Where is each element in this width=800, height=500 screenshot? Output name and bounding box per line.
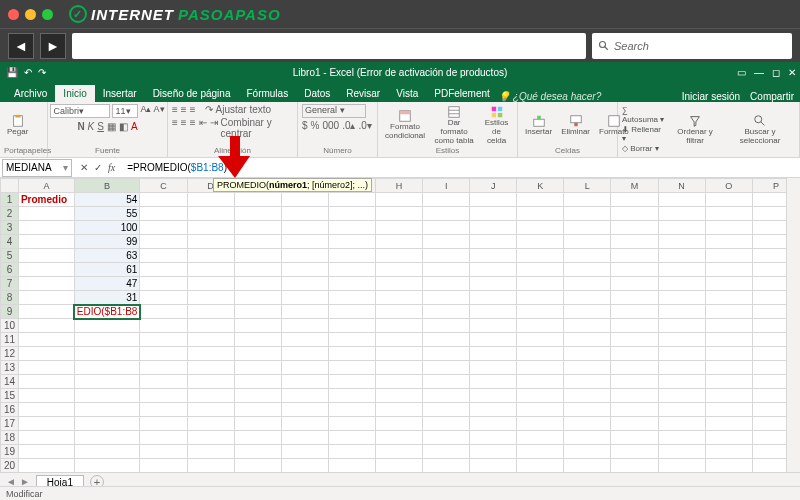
italic-button[interactable]: K: [88, 121, 95, 132]
cell-F1[interactable]: [281, 193, 328, 207]
cell-E9[interactable]: [234, 305, 281, 319]
tab-diseño-de-página[interactable]: Diseño de página: [145, 85, 239, 102]
tell-me-box[interactable]: 💡 ¿Qué desea hacer?: [498, 91, 601, 102]
save-icon[interactable]: 💾: [6, 67, 18, 78]
cell-L17[interactable]: [564, 417, 611, 431]
cell-I8[interactable]: [423, 291, 470, 305]
cell-J16[interactable]: [470, 403, 517, 417]
cell-I4[interactable]: [423, 235, 470, 249]
cell-B8[interactable]: 31: [74, 291, 140, 305]
cell-H10[interactable]: [376, 319, 423, 333]
cell-C2[interactable]: [140, 207, 187, 221]
row-header-8[interactable]: 8: [1, 291, 19, 305]
cell-N3[interactable]: [658, 221, 705, 235]
minimize-icon[interactable]: —: [754, 67, 764, 78]
cell-K16[interactable]: [517, 403, 564, 417]
cell-D7[interactable]: [187, 277, 234, 291]
undo-icon[interactable]: ↶: [24, 67, 32, 78]
cell-M10[interactable]: [611, 319, 658, 333]
cell-O12[interactable]: [705, 347, 752, 361]
cell-O16[interactable]: [705, 403, 752, 417]
cell-E19[interactable]: [234, 445, 281, 459]
cell-C19[interactable]: [140, 445, 187, 459]
sort-filter-button[interactable]: Ordenar y filtrar: [668, 113, 722, 147]
cell-M7[interactable]: [611, 277, 658, 291]
cell-N17[interactable]: [658, 417, 705, 431]
clear-button[interactable]: ◇ Borrar ▾: [622, 144, 665, 153]
fill-color-button[interactable]: ◧: [119, 121, 128, 132]
cell-J6[interactable]: [470, 263, 517, 277]
cell-D20[interactable]: [187, 459, 234, 473]
cell-L6[interactable]: [564, 263, 611, 277]
cell-N1[interactable]: [658, 193, 705, 207]
cell-K13[interactable]: [517, 361, 564, 375]
close-icon[interactable]: ✕: [788, 67, 796, 78]
cell-O10[interactable]: [705, 319, 752, 333]
cell-F11[interactable]: [281, 333, 328, 347]
cell-N18[interactable]: [658, 431, 705, 445]
cell-F17[interactable]: [281, 417, 328, 431]
accept-formula-icon[interactable]: ✓: [94, 162, 102, 173]
cell-K18[interactable]: [517, 431, 564, 445]
cell-A11[interactable]: [18, 333, 74, 347]
cell-A14[interactable]: [18, 375, 74, 389]
cell-E16[interactable]: [234, 403, 281, 417]
cell-J3[interactable]: [470, 221, 517, 235]
cell-E7[interactable]: [234, 277, 281, 291]
cell-D13[interactable]: [187, 361, 234, 375]
cell-I5[interactable]: [423, 249, 470, 263]
row-header-1[interactable]: 1: [1, 193, 19, 207]
row-header-19[interactable]: 19: [1, 445, 19, 459]
tab-inicio[interactable]: Inicio: [55, 85, 94, 102]
cell-B18[interactable]: [74, 431, 140, 445]
tab-datos[interactable]: Datos: [296, 85, 338, 102]
cell-G10[interactable]: [328, 319, 375, 333]
cell-H16[interactable]: [376, 403, 423, 417]
cell-F3[interactable]: [281, 221, 328, 235]
cell-D2[interactable]: [187, 207, 234, 221]
cell-B3[interactable]: 100: [74, 221, 140, 235]
cell-H19[interactable]: [376, 445, 423, 459]
bold-button[interactable]: N: [77, 121, 84, 132]
cell-E15[interactable]: [234, 389, 281, 403]
signin-link[interactable]: Iniciar sesión: [682, 91, 740, 102]
cell-H1[interactable]: [376, 193, 423, 207]
cell-B7[interactable]: 47: [74, 277, 140, 291]
cell-L3[interactable]: [564, 221, 611, 235]
font-name-select[interactable]: Calibri ▾: [50, 104, 110, 118]
cell-L14[interactable]: [564, 375, 611, 389]
tab-insertar[interactable]: Insertar: [95, 85, 145, 102]
cell-C7[interactable]: [140, 277, 187, 291]
number-format-select[interactable]: General ▾: [302, 104, 366, 118]
cell-N10[interactable]: [658, 319, 705, 333]
cell-H15[interactable]: [376, 389, 423, 403]
cell-C1[interactable]: [140, 193, 187, 207]
cell-K5[interactable]: [517, 249, 564, 263]
cell-N8[interactable]: [658, 291, 705, 305]
cell-F19[interactable]: [281, 445, 328, 459]
ribbon-options-icon[interactable]: ▭: [737, 67, 746, 78]
cell-C4[interactable]: [140, 235, 187, 249]
cell-C15[interactable]: [140, 389, 187, 403]
cell-O8[interactable]: [705, 291, 752, 305]
cell-G14[interactable]: [328, 375, 375, 389]
cell-G18[interactable]: [328, 431, 375, 445]
cell-G6[interactable]: [328, 263, 375, 277]
cell-E18[interactable]: [234, 431, 281, 445]
delete-cells-button[interactable]: Eliminar: [558, 113, 593, 138]
cell-G4[interactable]: [328, 235, 375, 249]
cell-D16[interactable]: [187, 403, 234, 417]
cell-L8[interactable]: [564, 291, 611, 305]
cell-G8[interactable]: [328, 291, 375, 305]
cell-O6[interactable]: [705, 263, 752, 277]
cell-K15[interactable]: [517, 389, 564, 403]
row-header-14[interactable]: 14: [1, 375, 19, 389]
col-header-L[interactable]: L: [564, 179, 611, 193]
cell-D10[interactable]: [187, 319, 234, 333]
cell-F7[interactable]: [281, 277, 328, 291]
align-center-icon[interactable]: ≡: [181, 117, 187, 139]
cell-A19[interactable]: [18, 445, 74, 459]
cell-J17[interactable]: [470, 417, 517, 431]
cell-D1[interactable]: [187, 193, 234, 207]
cell-L4[interactable]: [564, 235, 611, 249]
